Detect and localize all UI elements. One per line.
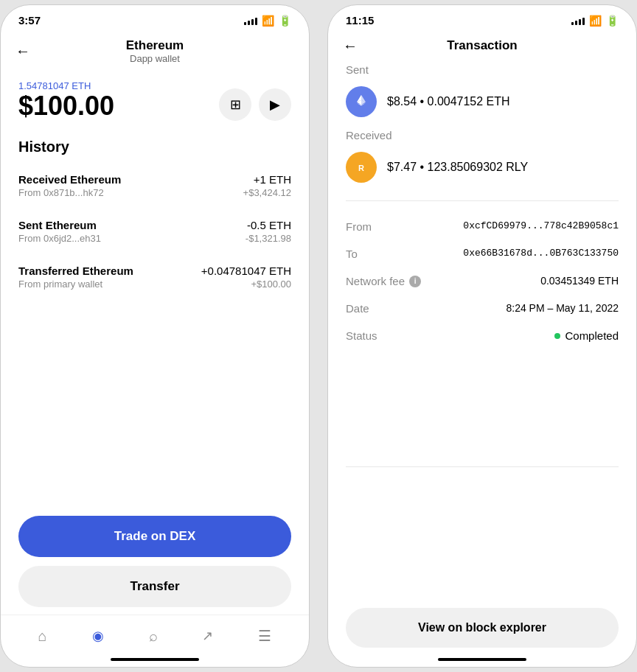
history-title: History [1,128,309,163]
home-indicator-right [438,658,526,661]
date-value: 8:24 PM – May 11, 2022 [506,302,619,314]
bottom-nav: ⌂ ◉ ⌕ ↗ ☰ [1,615,309,655]
tx-sub-2: From 0x6jd2...eh31 [18,233,101,244]
signal-icon [571,16,585,25]
tx-amount-2: -0.5 ETH [246,219,291,231]
transfer-button[interactable]: Transfer [18,566,291,607]
to-label: To [346,248,358,260]
menu-icon: ☰ [258,627,271,645]
activity-icon: ↗ [202,628,213,644]
status-row: Status Completed [328,322,636,349]
right-status-bar: 11:15 📶 🔋 [328,5,636,31]
nav-search[interactable]: ⌕ [140,623,167,649]
wallet-header: ← Ethereum Dapp wallet [1,31,309,69]
tx-sub-1: From 0x871b...hk72 [18,187,121,198]
nav-home[interactable]: ⌂ [29,623,55,649]
tx-title-1: Received Ethereum [18,173,121,186]
qr-icon: ⊞ [230,97,241,113]
tx-usd-3: +$100.00 [201,279,291,290]
status-value: Completed [554,329,619,342]
history-item: Received Ethereum From 0x871b...hk72 +1 … [1,163,309,209]
right-status-icons: 📶 🔋 [571,15,619,27]
wifi-icon: 📶 [262,15,274,27]
from-value: 0xcfCD69979...778c42B9058c1 [463,220,619,231]
nav-menu[interactable]: ☰ [249,623,280,649]
tx-bottom: View on block explorer [328,596,636,655]
back-button[interactable]: ← [15,43,30,60]
status-label: Status [346,329,377,342]
status-text: Completed [565,329,619,342]
network-fee-label-group: Network fee i [346,275,421,287]
left-status-icons: 📶 🔋 [244,15,291,27]
wallet-subtitle: Dapp wallet [126,53,184,64]
qr-button[interactable]: ⊞ [219,88,251,121]
from-label: From [346,220,372,233]
battery-icon: 🔋 [279,15,291,27]
balance-left: 1.54781047 ETH $100.00 [18,80,114,121]
home-indicator [111,658,199,661]
eth-coin-icon [346,86,377,117]
tx-sub-3: From primary wallet [18,279,133,290]
sent-label: Sent [328,63,636,82]
tx-divider-2 [346,466,619,467]
tx-usd-1: +$3,424.12 [243,187,291,198]
wallet-actions: ⊞ ▶ [219,88,291,121]
tx-title-3: Transferred Ethereum [18,265,133,277]
balance-section: 1.54781047 ETH $100.00 ⊞ ▶ [1,69,309,128]
from-row: From 0xcfCD69979...778c42B9058c1 [328,213,636,240]
battery-icon: 🔋 [606,15,619,27]
wifi-icon: 📶 [589,15,602,27]
history-item: Transferred Ethereum From primary wallet… [1,254,309,300]
date-label: Date [346,302,369,315]
tx-title-2: Sent Ethereum [18,219,101,231]
signal-icon [244,16,257,25]
trade-dex-button[interactable]: Trade on DEX [18,516,291,557]
received-amount: $7.47 • 123.85069302 RLY [387,161,528,174]
balance-eth: 1.54781047 ETH [18,80,114,91]
network-fee-label: Network fee [346,275,405,287]
wallet-title: Ethereum Dapp wallet [126,38,184,64]
tx-amount-1: +1 ETH [243,173,291,186]
to-row: To 0xe66B31678d...0B763C133750 [328,240,636,267]
wallet-name: Ethereum [126,38,184,53]
home-icon: ⌂ [38,628,46,645]
balance-usd: $100.00 [18,91,114,121]
history-list: Received Ethereum From 0x871b...hk72 +1 … [1,163,309,504]
sent-item: $8.54 • 0.0047152 ETH [328,82,636,129]
tx-page-title: Transaction [447,38,517,53]
status-dot [554,333,560,339]
received-label: Received [328,129,636,147]
portfolio-icon: ◉ [92,628,104,644]
tx-divider-1 [346,200,619,201]
left-phone: 3:57 📶 🔋 ← Ethereum Dapp wallet 1.547810… [0,4,310,668]
history-item: Sent Ethereum From 0x6jd2...eh31 -0.5 ET… [1,209,309,254]
tx-header: ← Transaction [328,31,636,63]
send-button[interactable]: ▶ [259,88,291,121]
info-icon[interactable]: i [409,276,421,287]
tx-usd-2: -$1,321.98 [246,233,291,244]
date-row: Date 8:24 PM – May 11, 2022 [328,295,636,322]
back-button[interactable]: ← [343,38,358,55]
network-fee-row: Network fee i 0.03451349 ETH [328,267,636,295]
received-item: R $7.47 • 123.85069302 RLY [328,147,636,195]
left-time: 3:57 [18,14,41,27]
right-phone: 11:15 📶 🔋 ← Transaction Sent [327,4,637,668]
to-value: 0xe66B31678d...0B763C133750 [463,248,619,259]
wallet-buttons: Trade on DEX Transfer [1,504,309,615]
right-time: 11:15 [346,14,374,27]
search-icon: ⌕ [149,628,158,645]
sent-amount: $8.54 • 0.0047152 ETH [387,95,510,108]
svg-text:R: R [358,164,364,172]
left-status-bar: 3:57 📶 🔋 [1,5,309,31]
network-fee-value: 0.03451349 ETH [540,275,619,287]
nav-portfolio[interactable]: ◉ [83,623,113,648]
send-icon: ▶ [270,97,280,113]
nav-activity[interactable]: ↗ [193,623,222,648]
tx-amount-3: +0.04781047 ETH [201,265,291,277]
explorer-button[interactable]: View on block explorer [346,608,619,648]
rly-coin-icon: R [346,152,377,183]
